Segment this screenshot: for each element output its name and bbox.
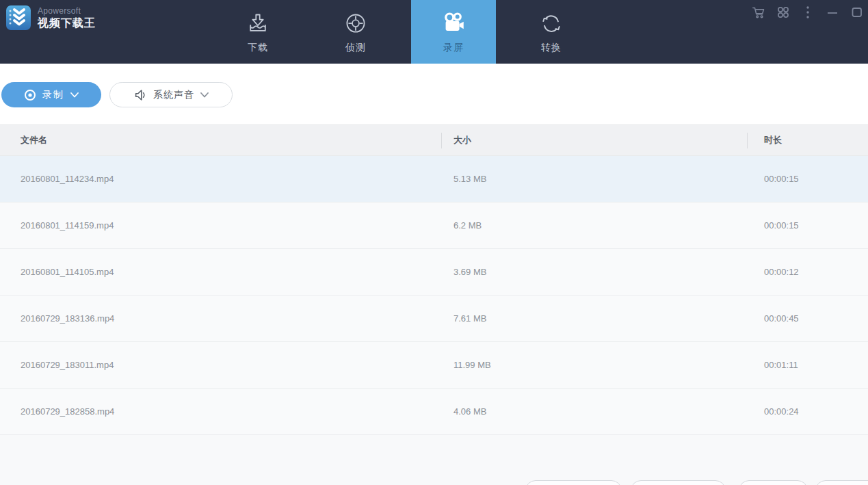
tab-detect[interactable]: 侦测 <box>313 0 398 64</box>
maximize-icon[interactable] <box>849 4 865 21</box>
app-logo-icon <box>5 5 31 31</box>
table-row[interactable]: 20160729_183136.mp4 7.61 MB 00:00:45 <box>0 296 868 342</box>
tab-detect-label: 侦测 <box>345 42 366 54</box>
table-row[interactable]: 20160801_114159.mp4 6.2 MB 00:00:15 <box>0 202 868 249</box>
file-duration: 00:00:12 <box>764 249 799 295</box>
column-header-duration[interactable]: 时长 <box>764 125 782 155</box>
file-name: 20160729_182858.mp4 <box>21 389 114 434</box>
tab-convert[interactable]: 转换 <box>509 0 594 64</box>
table-row[interactable]: 20160801_114234.mp4 5.13 MB 00:00:15 <box>0 156 868 202</box>
apps-icon[interactable] <box>775 4 791 21</box>
app-brand: Apowersoft 视频下载王 <box>5 5 96 31</box>
file-name: 20160801_114234.mp4 <box>21 156 114 202</box>
tab-screen-record-label: 录屏 <box>443 42 464 54</box>
window-controls <box>750 4 865 21</box>
table-row[interactable]: 20160801_114105.mp4 3.69 MB 00:00:12 <box>0 249 868 296</box>
system-sound-dropdown[interactable]: 系统声音 <box>109 82 233 107</box>
tab-convert-label: 转换 <box>541 42 562 54</box>
system-sound-label: 系统声音 <box>153 89 194 101</box>
tab-download[interactable]: 下载 <box>215 0 300 64</box>
file-duration: 00:01:11 <box>764 342 798 388</box>
main-nav: 下载 侦测 <box>215 0 594 64</box>
footer-button-3[interactable] <box>739 480 808 485</box>
speaker-icon <box>133 88 147 102</box>
column-divider <box>441 133 442 148</box>
column-header-filename[interactable]: 文件名 <box>21 125 47 155</box>
file-duration: 00:00:45 <box>764 296 799 341</box>
footer-button-4[interactable] <box>815 480 868 485</box>
file-duration: 00:00:15 <box>764 156 799 202</box>
file-list: 20160801_114234.mp4 5.13 MB 00:00:15 201… <box>0 156 868 435</box>
file-size: 4.06 MB <box>453 389 486 434</box>
toolbar: 录制 系统声音 <box>0 64 868 124</box>
file-size: 3.69 MB <box>453 249 486 295</box>
tab-screen-record[interactable]: 录屏 <box>411 0 496 64</box>
footer-button-1[interactable] <box>525 480 622 485</box>
chevron-down-icon <box>70 92 79 98</box>
download-icon <box>246 11 270 37</box>
file-duration: 00:00:24 <box>764 389 799 434</box>
screen-record-icon <box>440 11 466 37</box>
brand-name: Apowersoft <box>38 6 96 16</box>
file-name: 20160801_114105.mp4 <box>21 249 114 295</box>
product-name: 视频下载王 <box>38 16 96 30</box>
record-button[interactable]: 录制 <box>1 82 101 107</box>
table-header: 文件名 大小 时长 <box>0 124 868 156</box>
file-size: 6.2 MB <box>453 202 482 248</box>
tab-download-label: 下载 <box>248 42 268 54</box>
column-header-size[interactable]: 大小 <box>453 125 471 155</box>
footer-button-2[interactable] <box>631 480 726 485</box>
chevron-down-icon <box>200 92 209 98</box>
file-name: 20160729_183011.mp4 <box>21 342 114 388</box>
table-row[interactable]: 20160729_183011.mp4 11.99 MB 00:01:11 <box>0 342 868 389</box>
cart-icon[interactable] <box>750 4 767 21</box>
title-bar: Apowersoft 视频下载王 下载 侦测 <box>0 0 868 64</box>
file-name: 20160729_183136.mp4 <box>21 296 114 341</box>
table-row[interactable]: 20160729_182858.mp4 4.06 MB 00:00:24 <box>0 389 868 435</box>
column-divider <box>747 133 748 148</box>
footer-action-bar <box>0 435 868 485</box>
file-size: 7.61 MB <box>453 296 486 341</box>
file-duration: 00:00:15 <box>764 202 799 248</box>
detect-icon <box>343 11 368 37</box>
file-size: 11.99 MB <box>453 342 491 388</box>
record-dot-icon <box>24 89 36 101</box>
more-icon[interactable] <box>800 4 816 21</box>
record-button-label: 录制 <box>42 89 64 101</box>
minimize-icon[interactable] <box>824 4 841 21</box>
file-size: 5.13 MB <box>453 156 486 202</box>
convert-icon <box>539 11 564 37</box>
file-name: 20160801_114159.mp4 <box>21 202 114 248</box>
